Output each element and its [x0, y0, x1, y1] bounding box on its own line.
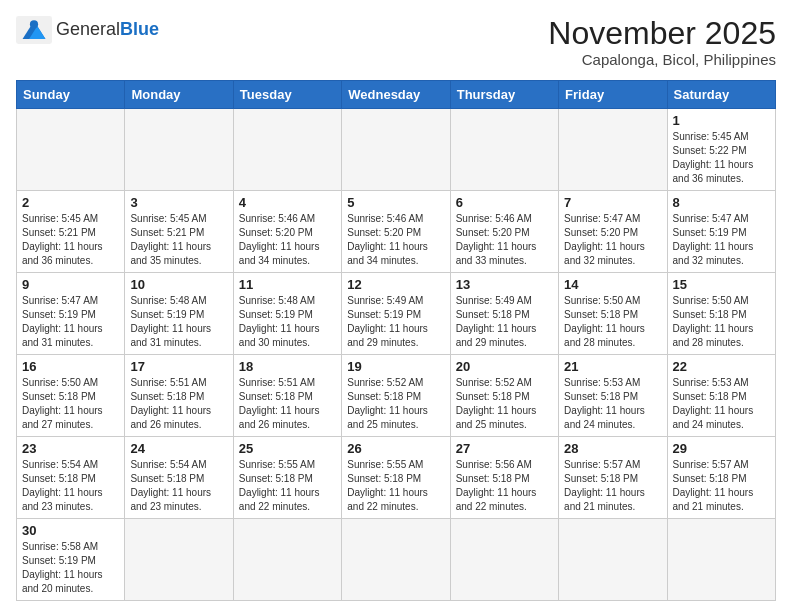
day-number: 21: [564, 359, 661, 374]
weekday-header-thursday: Thursday: [450, 81, 558, 109]
cell-content: Sunrise: 5:52 AMSunset: 5:18 PMDaylight:…: [456, 376, 553, 432]
calendar-table: SundayMondayTuesdayWednesdayThursdayFrid…: [16, 80, 776, 601]
calendar-week-row: 16Sunrise: 5:50 AMSunset: 5:18 PMDayligh…: [17, 355, 776, 437]
calendar-cell: 27Sunrise: 5:56 AMSunset: 5:18 PMDayligh…: [450, 437, 558, 519]
day-number: 10: [130, 277, 227, 292]
calendar-cell: 1Sunrise: 5:45 AMSunset: 5:22 PMDaylight…: [667, 109, 775, 191]
cell-content: Sunrise: 5:45 AMSunset: 5:22 PMDaylight:…: [673, 130, 770, 186]
weekday-header-friday: Friday: [559, 81, 667, 109]
day-number: 30: [22, 523, 119, 538]
cell-content: Sunrise: 5:57 AMSunset: 5:18 PMDaylight:…: [673, 458, 770, 514]
day-number: 23: [22, 441, 119, 456]
cell-content: Sunrise: 5:54 AMSunset: 5:18 PMDaylight:…: [130, 458, 227, 514]
calendar-cell: 5Sunrise: 5:46 AMSunset: 5:20 PMDaylight…: [342, 191, 450, 273]
calendar-cell: [342, 519, 450, 601]
cell-content: Sunrise: 5:45 AMSunset: 5:21 PMDaylight:…: [130, 212, 227, 268]
calendar-cell: 9Sunrise: 5:47 AMSunset: 5:19 PMDaylight…: [17, 273, 125, 355]
calendar-cell: 11Sunrise: 5:48 AMSunset: 5:19 PMDayligh…: [233, 273, 341, 355]
logo: GeneralBlue: [16, 16, 159, 44]
calendar-cell: [450, 519, 558, 601]
calendar-cell: 18Sunrise: 5:51 AMSunset: 5:18 PMDayligh…: [233, 355, 341, 437]
calendar-cell: 7Sunrise: 5:47 AMSunset: 5:20 PMDaylight…: [559, 191, 667, 273]
cell-content: Sunrise: 5:51 AMSunset: 5:18 PMDaylight:…: [239, 376, 336, 432]
calendar-cell: 10Sunrise: 5:48 AMSunset: 5:19 PMDayligh…: [125, 273, 233, 355]
month-title: November 2025: [548, 16, 776, 51]
cell-content: Sunrise: 5:47 AMSunset: 5:19 PMDaylight:…: [673, 212, 770, 268]
day-number: 19: [347, 359, 444, 374]
weekday-header-sunday: Sunday: [17, 81, 125, 109]
location: Capalonga, Bicol, Philippines: [548, 51, 776, 68]
calendar-cell: 17Sunrise: 5:51 AMSunset: 5:18 PMDayligh…: [125, 355, 233, 437]
calendar-cell: 28Sunrise: 5:57 AMSunset: 5:18 PMDayligh…: [559, 437, 667, 519]
cell-content: Sunrise: 5:53 AMSunset: 5:18 PMDaylight:…: [673, 376, 770, 432]
calendar-cell: [233, 519, 341, 601]
cell-content: Sunrise: 5:51 AMSunset: 5:18 PMDaylight:…: [130, 376, 227, 432]
cell-content: Sunrise: 5:46 AMSunset: 5:20 PMDaylight:…: [347, 212, 444, 268]
calendar-cell: 30Sunrise: 5:58 AMSunset: 5:19 PMDayligh…: [17, 519, 125, 601]
day-number: 22: [673, 359, 770, 374]
cell-content: Sunrise: 5:49 AMSunset: 5:18 PMDaylight:…: [456, 294, 553, 350]
day-number: 28: [564, 441, 661, 456]
calendar-cell: 6Sunrise: 5:46 AMSunset: 5:20 PMDaylight…: [450, 191, 558, 273]
calendar-week-row: 9Sunrise: 5:47 AMSunset: 5:19 PMDaylight…: [17, 273, 776, 355]
calendar-cell: 26Sunrise: 5:55 AMSunset: 5:18 PMDayligh…: [342, 437, 450, 519]
calendar-cell: [125, 109, 233, 191]
cell-content: Sunrise: 5:46 AMSunset: 5:20 PMDaylight:…: [239, 212, 336, 268]
calendar-cell: 2Sunrise: 5:45 AMSunset: 5:21 PMDaylight…: [17, 191, 125, 273]
calendar-cell: 15Sunrise: 5:50 AMSunset: 5:18 PMDayligh…: [667, 273, 775, 355]
calendar-cell: 21Sunrise: 5:53 AMSunset: 5:18 PMDayligh…: [559, 355, 667, 437]
header: GeneralBlue November 2025 Capalonga, Bic…: [16, 16, 776, 68]
calendar-week-row: 2Sunrise: 5:45 AMSunset: 5:21 PMDaylight…: [17, 191, 776, 273]
calendar-cell: 16Sunrise: 5:50 AMSunset: 5:18 PMDayligh…: [17, 355, 125, 437]
day-number: 20: [456, 359, 553, 374]
calendar-cell: 24Sunrise: 5:54 AMSunset: 5:18 PMDayligh…: [125, 437, 233, 519]
day-number: 11: [239, 277, 336, 292]
calendar-cell: 3Sunrise: 5:45 AMSunset: 5:21 PMDaylight…: [125, 191, 233, 273]
day-number: 26: [347, 441, 444, 456]
cell-content: Sunrise: 5:48 AMSunset: 5:19 PMDaylight:…: [239, 294, 336, 350]
title-area: November 2025 Capalonga, Bicol, Philippi…: [548, 16, 776, 68]
calendar-cell: [450, 109, 558, 191]
day-number: 2: [22, 195, 119, 210]
cell-content: Sunrise: 5:55 AMSunset: 5:18 PMDaylight:…: [347, 458, 444, 514]
cell-content: Sunrise: 5:57 AMSunset: 5:18 PMDaylight:…: [564, 458, 661, 514]
cell-content: Sunrise: 5:45 AMSunset: 5:21 PMDaylight:…: [22, 212, 119, 268]
calendar-cell: 20Sunrise: 5:52 AMSunset: 5:18 PMDayligh…: [450, 355, 558, 437]
day-number: 12: [347, 277, 444, 292]
weekday-header-monday: Monday: [125, 81, 233, 109]
cell-content: Sunrise: 5:54 AMSunset: 5:18 PMDaylight:…: [22, 458, 119, 514]
cell-content: Sunrise: 5:55 AMSunset: 5:18 PMDaylight:…: [239, 458, 336, 514]
day-number: 8: [673, 195, 770, 210]
day-number: 9: [22, 277, 119, 292]
calendar-cell: 13Sunrise: 5:49 AMSunset: 5:18 PMDayligh…: [450, 273, 558, 355]
weekday-header-saturday: Saturday: [667, 81, 775, 109]
calendar-cell: 29Sunrise: 5:57 AMSunset: 5:18 PMDayligh…: [667, 437, 775, 519]
cell-content: Sunrise: 5:46 AMSunset: 5:20 PMDaylight:…: [456, 212, 553, 268]
calendar-cell: [17, 109, 125, 191]
cell-content: Sunrise: 5:50 AMSunset: 5:18 PMDaylight:…: [22, 376, 119, 432]
calendar-cell: [233, 109, 341, 191]
cell-content: Sunrise: 5:58 AMSunset: 5:19 PMDaylight:…: [22, 540, 119, 596]
calendar-week-row: 1Sunrise: 5:45 AMSunset: 5:22 PMDaylight…: [17, 109, 776, 191]
day-number: 14: [564, 277, 661, 292]
calendar-cell: [559, 109, 667, 191]
day-number: 4: [239, 195, 336, 210]
day-number: 1: [673, 113, 770, 128]
calendar-week-row: 23Sunrise: 5:54 AMSunset: 5:18 PMDayligh…: [17, 437, 776, 519]
cell-content: Sunrise: 5:50 AMSunset: 5:18 PMDaylight:…: [564, 294, 661, 350]
calendar-cell: 19Sunrise: 5:52 AMSunset: 5:18 PMDayligh…: [342, 355, 450, 437]
cell-content: Sunrise: 5:47 AMSunset: 5:19 PMDaylight:…: [22, 294, 119, 350]
weekday-header-row: SundayMondayTuesdayWednesdayThursdayFrid…: [17, 81, 776, 109]
cell-content: Sunrise: 5:48 AMSunset: 5:19 PMDaylight:…: [130, 294, 227, 350]
cell-content: Sunrise: 5:47 AMSunset: 5:20 PMDaylight:…: [564, 212, 661, 268]
calendar-cell: [342, 109, 450, 191]
cell-content: Sunrise: 5:49 AMSunset: 5:19 PMDaylight:…: [347, 294, 444, 350]
calendar-cell: [559, 519, 667, 601]
day-number: 15: [673, 277, 770, 292]
svg-point-3: [30, 20, 38, 28]
cell-content: Sunrise: 5:50 AMSunset: 5:18 PMDaylight:…: [673, 294, 770, 350]
calendar-cell: 4Sunrise: 5:46 AMSunset: 5:20 PMDaylight…: [233, 191, 341, 273]
day-number: 17: [130, 359, 227, 374]
day-number: 5: [347, 195, 444, 210]
calendar-cell: [667, 519, 775, 601]
